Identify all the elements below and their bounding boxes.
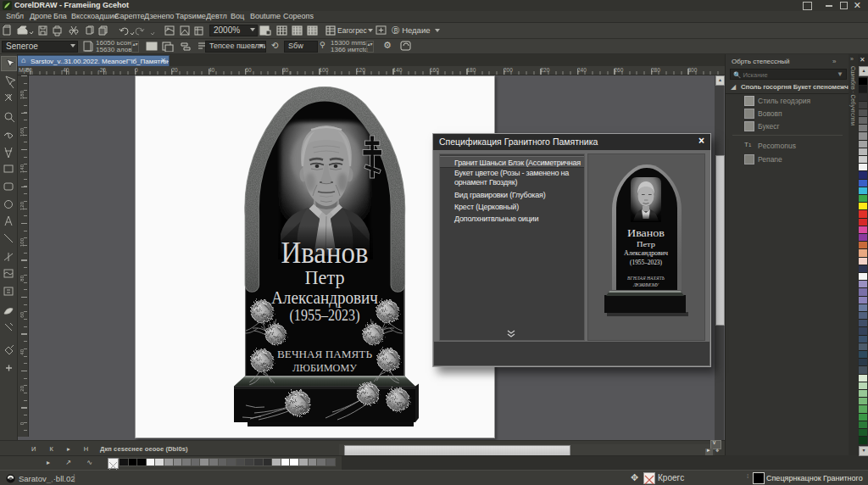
svg-text:ЛЮЖИМОМУ: ЛЮЖИМОМУ bbox=[632, 282, 659, 287]
svg-text:ЛЮБИМОМУ: ЛЮБИМОМУ bbox=[292, 362, 357, 374]
svg-text:Иванов: Иванов bbox=[281, 237, 369, 270]
svg-text:Александрович: Александрович bbox=[624, 248, 669, 257]
svg-text:ВГНЛАЯ НАХЯТЬ: ВГНЛАЯ НАХЯТЬ bbox=[627, 276, 665, 281]
svg-text:(1955–2023): (1955–2023) bbox=[630, 259, 662, 266]
svg-text:Петр: Петр bbox=[305, 266, 345, 288]
svg-text:Петр: Петр bbox=[637, 240, 656, 248]
svg-text:Иванов: Иванов bbox=[627, 226, 665, 239]
svg-text:(1955–2023): (1955–2023) bbox=[290, 306, 360, 325]
svg-text:Александрович: Александрович bbox=[271, 287, 378, 308]
svg-text:ВЕЧНАЯ ПАМЯТЬ: ВЕЧНАЯ ПАМЯТЬ bbox=[277, 348, 372, 360]
